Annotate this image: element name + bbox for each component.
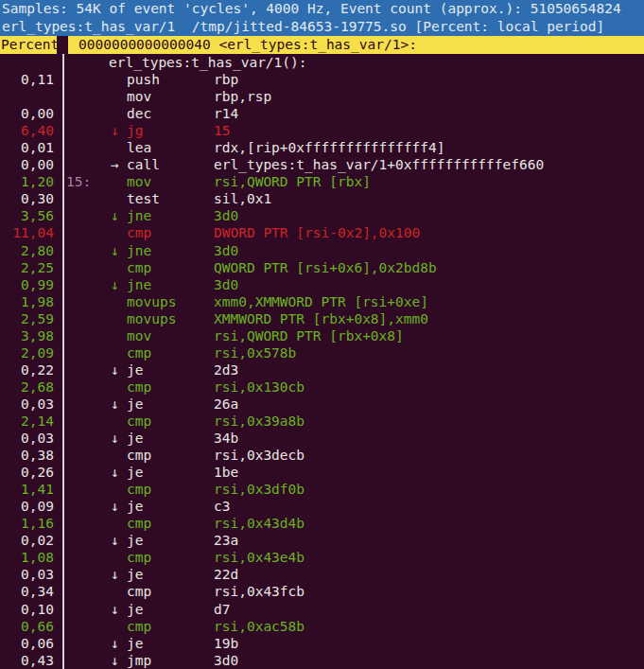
- asm-row[interactable]: 2,59movupsXMMWORD PTR [rbx+0x8],xmm0: [0, 310, 644, 327]
- instruction-operands: d7: [214, 601, 230, 618]
- percent-value: 2,25: [0, 259, 54, 276]
- instruction-mnemonic: jne: [127, 207, 151, 224]
- instruction-mnemonic: movups: [127, 293, 176, 310]
- instruction-operands: 3d0: [214, 242, 238, 259]
- asm-row[interactable]: 3,98movrsi,QWORD PTR [rbx+0x8]: [0, 327, 644, 344]
- asm-row[interactable]: 1,2015:movrsi,QWORD PTR [rbx]: [0, 173, 644, 190]
- instruction-operands: 1be: [214, 464, 238, 481]
- instruction-mnemonic: cmp: [127, 379, 151, 396]
- asm-row[interactable]: 2,68cmprsi,0x130cb: [0, 379, 644, 396]
- function-signature: erl_types:t_has_var/1():: [109, 54, 307, 71]
- column-separator: [62, 54, 64, 669]
- instruction-operands: rsi,0x43e4b: [214, 549, 305, 566]
- jump-down-arrow-icon: ↓: [111, 396, 119, 413]
- percent-value: 3,98: [0, 327, 54, 344]
- asm-row[interactable]: 1,08cmprsi,0x43e4b: [0, 549, 644, 566]
- instruction-mnemonic: cmp: [127, 447, 151, 464]
- asm-row[interactable]: 0,03↓je22d: [0, 566, 644, 583]
- instruction-mnemonic: je: [127, 498, 143, 515]
- asm-row[interactable]: 0,00decr14: [0, 105, 644, 122]
- instruction-operands: rsi,0xac58b: [214, 618, 305, 635]
- asm-row[interactable]: 0,38cmprsi,0x3decb: [0, 447, 644, 464]
- asm-row[interactable]: 0,03↓je26a: [0, 396, 644, 413]
- function-signature-row[interactable]: erl_types:t_has_var/1():: [0, 54, 644, 71]
- asm-row[interactable]: 0,34cmprsi,0x43fcb: [0, 583, 644, 600]
- jump-down-arrow-icon: ↓: [111, 276, 119, 293]
- instruction-operands: rsi,0x578b: [214, 344, 296, 361]
- instruction-mnemonic: cmp: [127, 344, 151, 361]
- instruction-operands: 2d3: [214, 361, 238, 379]
- instruction-mnemonic: je: [127, 396, 143, 413]
- percent-value: 0,34: [0, 583, 54, 600]
- percent-value: 0,22: [0, 361, 54, 379]
- instruction-operands: rsi,0x43d4b: [214, 515, 305, 532]
- asm-row[interactable]: 0,06↓je19b: [0, 635, 644, 652]
- asm-row[interactable]: 0,01leardx,[rip+0xfffffffffffffff4]: [0, 139, 644, 156]
- jump-down-arrow-icon: ↓: [111, 601, 119, 618]
- asm-row[interactable]: 11,04cmpDWORD PTR [rsi-0x2],0x100: [0, 224, 644, 241]
- asm-row[interactable]: 0,30testsil,0x1: [0, 190, 644, 207]
- instruction-mnemonic: jne: [127, 276, 151, 293]
- asm-row[interactable]: 0,11pushrbp: [0, 71, 644, 88]
- asm-row[interactable]: 0,10↓jed7: [0, 601, 644, 618]
- instruction-operands: 34b: [214, 430, 238, 447]
- percent-value: 0,09: [0, 498, 54, 515]
- asm-row[interactable]: movrbp,rsp: [0, 88, 644, 105]
- jump-down-arrow-icon: ↓: [111, 361, 119, 379]
- asm-row[interactable]: 0,99↓jne3d0: [0, 276, 644, 293]
- percent-value: 0,10: [0, 601, 54, 618]
- asm-row[interactable]: 6,40↓jg15: [0, 122, 644, 139]
- percent-value: 1,98: [0, 293, 54, 310]
- asm-row[interactable]: 0,22↓je2d3: [0, 361, 644, 379]
- instruction-operands: rsi,0x130cb: [214, 379, 305, 396]
- asm-row[interactable]: 0,03↓je34b: [0, 430, 644, 447]
- call-arrow-icon: →: [111, 156, 119, 173]
- percent-value: 0,03: [0, 566, 54, 583]
- instruction-mnemonic: mov: [127, 88, 151, 105]
- asm-row[interactable]: 0,09↓jec3: [0, 498, 644, 515]
- percent-value: 2,68: [0, 379, 54, 396]
- asm-row[interactable]: 3,56↓jne3d0: [0, 207, 644, 224]
- percent-value: 0,01: [0, 139, 54, 156]
- asm-row[interactable]: 2,25cmpQWORD PTR [rsi+0x6],0x2bd8b: [0, 259, 644, 276]
- asm-row[interactable]: 0,43↓jmp3d0: [0, 652, 644, 669]
- percent-value: 0,00: [0, 156, 54, 173]
- asm-row[interactable]: 2,80↓jne3d0: [0, 242, 644, 259]
- selected-address-row[interactable]: Percent 0000000000000040 <erl_types:t_ha…: [0, 36, 644, 54]
- instruction-operands: 23a: [214, 532, 238, 549]
- asm-row[interactable]: 2,09cmprsi,0x578b: [0, 344, 644, 361]
- percent-value: 1,16: [0, 515, 54, 532]
- asm-row[interactable]: 0,00→callerl_types:t_has_var/1+0xfffffff…: [0, 156, 644, 173]
- asm-row[interactable]: 1,16cmprsi,0x43d4b: [0, 515, 644, 532]
- asm-row[interactable]: 0,02↓je23a: [0, 532, 644, 549]
- asm-row[interactable]: 0,26↓je1be: [0, 464, 644, 481]
- instruction-mnemonic: call: [127, 156, 160, 173]
- instruction-mnemonic: jne: [127, 242, 151, 259]
- percent-value: 0,11: [0, 71, 54, 88]
- percent-value: 0,66: [0, 618, 54, 635]
- disassembly-listing: erl_types:t_has_var/1():0,11pushrbpmovrb…: [0, 54, 644, 669]
- instruction-operands: 3d0: [214, 276, 238, 293]
- instruction-mnemonic: jg: [127, 122, 143, 139]
- instruction-operands: 26a: [214, 396, 238, 413]
- instruction-operands: rsi,QWORD PTR [rbx+0x8]: [214, 327, 404, 344]
- instruction-mnemonic: je: [127, 361, 143, 379]
- instruction-operands: xmm0,XMMWORD PTR [rsi+0xe]: [214, 293, 428, 310]
- percent-value: 0,30: [0, 190, 54, 207]
- samples-header-bar: Samples: 54K of event 'cycles', 4000 Hz,…: [0, 0, 644, 18]
- asm-row[interactable]: 2,14cmprsi,0x39a8b: [0, 413, 644, 430]
- instruction-mnemonic: cmp: [127, 515, 151, 532]
- instruction-operands: rsi,0x3df0b: [214, 481, 305, 498]
- instruction-operands: r14: [214, 105, 238, 122]
- percent-value: 0,99: [0, 276, 54, 293]
- instruction-mnemonic: movups: [127, 310, 176, 327]
- instruction-mnemonic: cmp: [127, 481, 151, 498]
- asm-row[interactable]: 1,98movupsxmm0,XMMWORD PTR [rsi+0xe]: [0, 293, 644, 310]
- jump-down-arrow-icon: ↓: [111, 566, 119, 583]
- asm-row[interactable]: 1,41cmprsi,0x3df0b: [0, 481, 644, 498]
- percent-value: 1,20: [0, 173, 54, 190]
- instruction-mnemonic: mov: [127, 173, 151, 190]
- percent-value: 1,41: [0, 481, 54, 498]
- asm-row[interactable]: 0,66cmprsi,0xac58b: [0, 618, 644, 635]
- instruction-operands: rbp,rsp: [214, 88, 271, 105]
